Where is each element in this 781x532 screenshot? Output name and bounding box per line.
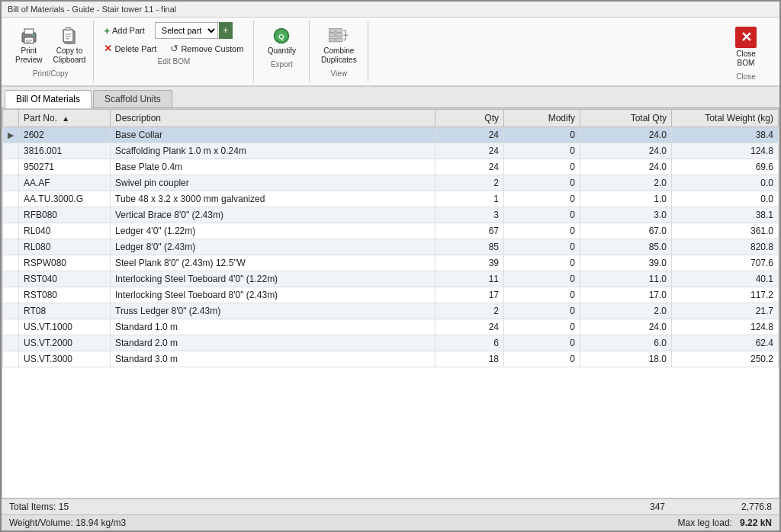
tab-bill-of-materials[interactable]: Bill Of Materials: [5, 90, 92, 108]
cell-description: Standard 2.0 m: [111, 335, 435, 351]
cell-qty: 18: [435, 351, 504, 367]
quantify-button[interactable]: Q Quantify: [260, 22, 303, 59]
row-indicator: [3, 239, 19, 255]
row-indicator: [3, 191, 19, 207]
content-area: Part No. ▲ Description Qty Modify Total …: [2, 108, 779, 530]
cell-modify: 0: [504, 239, 580, 255]
cell-description: Swivel pin coupler: [111, 175, 435, 191]
table-row[interactable]: RT08 Truss Ledger 8'0" (2.43m) 2 0 2.0 2…: [3, 303, 779, 319]
close-bom-label: CloseBOM: [736, 50, 756, 68]
svg-rect-19: [336, 29, 342, 33]
cell-total-weight: 21.7: [672, 303, 779, 319]
add-part-button[interactable]: + Add Part: [100, 24, 148, 38]
sort-arrow-icon: ▲: [62, 114, 69, 123]
main-window: Bill of Materials - Guide - Stair tower …: [0, 0, 781, 532]
cell-qty: 24: [435, 127, 504, 143]
cell-description: Base Plate 0.4m: [111, 159, 435, 175]
cell-description: Vertical Brace 8'0" (2.43m): [111, 207, 435, 223]
row-indicator: [3, 255, 19, 271]
row-indicator: [3, 271, 19, 287]
svg-rect-1: [24, 29, 34, 34]
col-modify[interactable]: Modify: [504, 110, 580, 127]
cell-modify: 0: [504, 303, 580, 319]
row-indicator: [3, 159, 19, 175]
col-total-qty[interactable]: Total Qty: [580, 110, 672, 127]
weight-volume-value: 18.94 kg/m3: [76, 518, 126, 528]
table-row[interactable]: RL080 Ledger 8'0" (2.43m) 85 0 85.0 820.…: [3, 239, 779, 255]
cell-description: Interlocking Steel Toeboard 8'0" (2.43m): [111, 287, 435, 303]
table-row[interactable]: 3816.001 Scaffolding Plank 1.0 m x 0.24m…: [3, 143, 779, 159]
table-container: Part No. ▲ Description Qty Modify Total …: [2, 108, 779, 498]
table-row[interactable]: US.VT.1000 Standard 1.0 m 24 0 24.0 124.…: [3, 319, 779, 335]
total-items-label: Total Items:: [9, 502, 56, 512]
cell-part-no: RL040: [19, 223, 111, 239]
svg-rect-9: [66, 34, 71, 35]
cell-part-no: RST080: [19, 287, 111, 303]
col-total-weight[interactable]: Total Weight (kg): [672, 110, 779, 127]
close-bom-icon: ✕: [734, 25, 758, 50]
cell-total-weight: 40.1: [672, 271, 779, 287]
svg-rect-20: [336, 34, 342, 37]
cell-description: Scaffolding Plank 1.0 m x 0.24m: [111, 143, 435, 159]
cell-qty: 24: [435, 159, 504, 175]
select-part-dropdown[interactable]: Select part: [155, 22, 218, 39]
col-qty[interactable]: Qty: [435, 110, 504, 127]
cell-qty: 24: [435, 143, 504, 159]
cell-total-qty: 2.0: [580, 175, 672, 191]
svg-rect-8: [66, 27, 71, 30]
cell-qty: 2: [435, 303, 504, 319]
row-indicator: [3, 143, 19, 159]
print-preview-button[interactable]: PrintPreview: [11, 22, 47, 68]
table-row[interactable]: US.VT.2000 Standard 2.0 m 6 0 6.0 62.4: [3, 335, 779, 351]
svg-text:Q: Q: [279, 32, 285, 40]
row-indicator: ▶: [3, 127, 19, 143]
row-indicator: [3, 223, 19, 239]
table-row[interactable]: AA.TU.3000.G Tube 48 x 3.2 x 3000 mm gal…: [3, 191, 779, 207]
table-row[interactable]: ▶ 2602 Base Collar 24 0 24.0 38.4: [3, 127, 779, 143]
cell-modify: 0: [504, 335, 580, 351]
table-row[interactable]: RFB080 Vertical Brace 8'0" (2.43m) 3 0 3…: [3, 207, 779, 223]
table-row[interactable]: AA.AF Swivel pin coupler 2 0 2.0 0.0: [3, 175, 779, 191]
cell-part-no: AA.TU.3000.G: [19, 191, 111, 207]
col-part-no[interactable]: Part No. ▲: [19, 110, 111, 127]
refresh-icon: ↺: [170, 43, 178, 54]
cell-modify: 0: [504, 287, 580, 303]
cell-qty: 11: [435, 271, 504, 287]
table-row[interactable]: RSPW080 Steel Plank 8'0" (2.43m) 12.5"W …: [3, 255, 779, 271]
cell-total-qty: 67.0: [580, 223, 672, 239]
table-row[interactable]: US.VT.3000 Standard 3.0 m 18 0 18.0 250.…: [3, 351, 779, 367]
cell-total-weight: 38.1: [672, 207, 779, 223]
export-label: Export: [271, 60, 293, 69]
view-label: View: [331, 69, 348, 78]
cell-part-no: RSPW080: [19, 255, 111, 271]
edit-bom-label: Edit BOM: [157, 57, 190, 66]
cell-part-no: US.VT.2000: [19, 335, 111, 351]
svg-rect-16: [329, 29, 336, 33]
table-row[interactable]: 950271 Base Plate 0.4m 24 0 24.0 69.6: [3, 159, 779, 175]
row-indicator: [3, 351, 19, 367]
remove-custom-button[interactable]: ↺ Remove Custom: [166, 41, 247, 56]
row-indicator: [3, 175, 19, 191]
cell-total-qty: 18.0: [580, 351, 672, 367]
table-row[interactable]: RL040 Ledger 4'0" (1.22m) 67 0 67.0 361.…: [3, 223, 779, 239]
quantify-label: Quantify: [268, 46, 296, 56]
dropdown-add-button[interactable]: +: [219, 22, 233, 39]
bom-table: Part No. ▲ Description Qty Modify Total …: [2, 109, 779, 367]
delete-part-label: Delete Part: [114, 44, 156, 53]
table-row[interactable]: RST080 Interlocking Steel Toeboard 8'0" …: [3, 287, 779, 303]
tab-scaffold-units[interactable]: Scaffold Units: [93, 90, 172, 107]
cell-modify: 0: [504, 127, 580, 143]
col-description[interactable]: Description: [111, 110, 435, 127]
cell-qty: 3: [435, 207, 504, 223]
delete-part-button[interactable]: ✕ Delete Part: [100, 41, 160, 56]
table-row[interactable]: RST040 Interlocking Steel Toeboard 4'0" …: [3, 271, 779, 287]
max-leg-load-value: 9.22 kN: [740, 518, 772, 528]
cell-total-weight: 820.8: [672, 239, 779, 255]
combine-duplicates-button[interactable]: CombineDuplicates: [316, 22, 362, 68]
close-bom-button[interactable]: ✕ CloseBOM: [725, 22, 767, 71]
cell-total-qty: 1.0: [580, 191, 672, 207]
cell-part-no: RST040: [19, 271, 111, 287]
cell-modify: 0: [504, 159, 580, 175]
copy-to-clipboard-button[interactable]: Copy toClipboard: [49, 22, 91, 68]
cell-part-no: RL080: [19, 239, 111, 255]
